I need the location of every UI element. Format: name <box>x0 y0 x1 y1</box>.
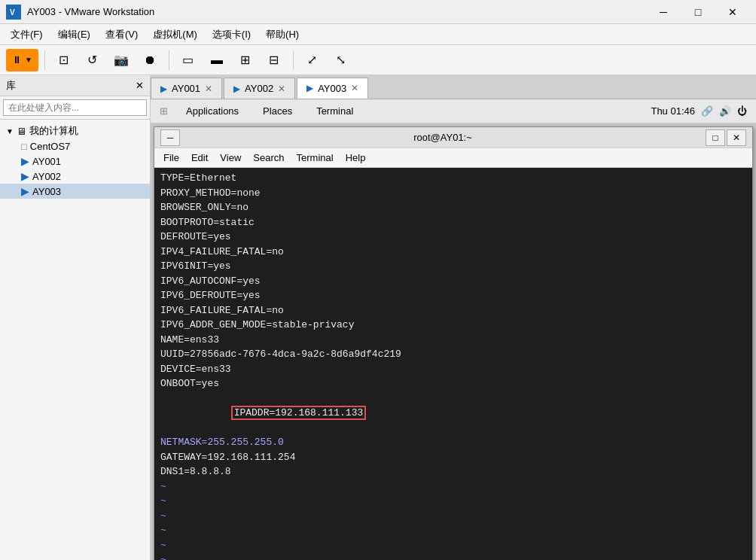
close-button[interactable]: ✕ <box>715 0 750 24</box>
menu-help[interactable]: 帮助(H) <box>258 24 306 45</box>
sidebar-search-container <box>0 96 150 120</box>
app-icon: V <box>6 5 21 20</box>
terminal-line: IPV6_FAILURE_FATAL=no <box>160 303 746 318</box>
terminal-line: TYPE=Ethernet <box>160 171 746 186</box>
main-layout: 库 ✕ ▼ 🖥 我的计算机 □ CentOS7 ▶ AY001 ▶ AY00 <box>0 75 756 560</box>
arrow-icon: ▼ <box>6 127 14 135</box>
vm-tab-icon: ▶ <box>233 84 240 94</box>
toolbar-btn-1[interactable]: ⊡ <box>51 48 77 72</box>
toolbar-separator-3 <box>293 50 294 70</box>
terminal-window: ─ root@AY01:~ □ ✕ File Edit View Search … <box>154 126 753 560</box>
terminal-line: IPV6_AUTOCONF=yes <box>160 274 746 289</box>
vm-tab-close-ay001[interactable]: ✕ <box>205 84 212 94</box>
terminal-close-button[interactable]: ✕ <box>727 129 746 146</box>
terminal-line: ONBOOT=yes <box>160 376 746 391</box>
power-icon: ⏻ <box>737 105 747 117</box>
vm-tab-close-ay002[interactable]: ✕ <box>278 84 285 94</box>
toolbar-btn-9[interactable]: ⤢ <box>300 48 325 72</box>
terminal-line: DEFROUTE=yes <box>160 230 746 245</box>
toolbar-btn-5[interactable]: ▭ <box>175 48 201 72</box>
toolbar-btn-2[interactable]: ↺ <box>80 48 105 72</box>
terminal-line: IPV6_ADDR_GEN_MODE=stable-privacy <box>160 318 746 333</box>
vm-tab-ay003[interactable]: ▶ AY003 ✕ <box>297 78 368 99</box>
terminal-line: ~ <box>160 552 746 560</box>
sidebar-header: 库 ✕ <box>0 75 150 96</box>
terminal-menu-help[interactable]: Help <box>340 151 372 165</box>
menu-edit[interactable]: 编辑(E) <box>50 24 98 45</box>
sidebar-item-ay002[interactable]: ▶ AY002 <box>0 169 150 184</box>
terminal-line: UUID=27856adc-7676-4dca-9a2c-8d6a9df4c21… <box>160 347 746 362</box>
sidebar-close-icon[interactable]: ✕ <box>136 80 144 91</box>
toolbar-btn-4[interactable]: ⏺ <box>137 48 163 72</box>
sidebar-item-label: AY002 <box>32 171 61 182</box>
pause-icon: ⏸ <box>12 54 22 65</box>
toolbar-btn-6[interactable]: ▬ <box>204 48 230 72</box>
sidebar-title: 库 <box>6 79 16 93</box>
vm-tab-close-ay003[interactable]: ✕ <box>351 83 358 93</box>
sidebar-item-label: 我的计算机 <box>29 124 78 138</box>
vm-icon: ▶ <box>21 185 29 197</box>
sidebar-item-ay001[interactable]: ▶ AY001 <box>0 154 150 169</box>
sidebar: 库 ✕ ▼ 🖥 我的计算机 □ CentOS7 ▶ AY001 ▶ AY00 <box>0 75 151 560</box>
sidebar-search-input[interactable] <box>3 99 147 116</box>
terminal-body[interactable]: TYPE=Ethernet PROXY_METHOD=none BROWSER_… <box>154 168 752 560</box>
svg-text:V: V <box>10 8 15 17</box>
sidebar-item-centos7[interactable]: □ CentOS7 <box>0 139 150 154</box>
vm-tab-ay002[interactable]: ▶ AY002 ✕ <box>224 78 295 99</box>
vm-icon: ▶ <box>21 155 29 167</box>
vm-tab-ay001[interactable]: ▶ AY001 ✕ <box>151 78 222 99</box>
terminal-line: ~ <box>160 538 746 553</box>
sidebar-item-ay003[interactable]: ▶ AY003 <box>0 184 150 199</box>
sidebar-item-label: AY003 <box>32 186 61 197</box>
terminal-title: root@AY01:~ <box>180 132 706 143</box>
menu-file[interactable]: 文件(F) <box>3 24 50 45</box>
toolbar-separator-2 <box>169 50 169 70</box>
toolbar-btn-7[interactable]: ⊞ <box>233 48 258 72</box>
terminal-line: ~ <box>160 509 746 524</box>
terminal-minimize-button[interactable]: ─ <box>160 129 180 146</box>
window-controls: ─ □ ✕ <box>646 0 750 24</box>
terminal-line: IPV4_FAILURE_FATAL=no <box>160 245 746 260</box>
menu-tab[interactable]: 选项卡(I) <box>205 24 258 45</box>
pause-dropdown-icon: ▼ <box>25 56 32 64</box>
menu-vm[interactable]: 虚拟机(M) <box>145 24 205 45</box>
toolbar-btn-8[interactable]: ⊟ <box>261 48 287 72</box>
terminal-menu-terminal[interactable]: Terminal <box>291 151 340 165</box>
terminal-restore-button[interactable]: □ <box>706 129 725 146</box>
toolbar-btn-10[interactable]: ⤡ <box>328 48 354 72</box>
content-area: ▶ AY001 ✕ ▶ AY002 ✕ ▶ AY003 ✕ ⊞ Applicat… <box>151 75 756 560</box>
guest-os-right: Thu 01:46 🔗 🔊 ⏻ <box>651 105 747 117</box>
guest-menu-places[interactable]: Places <box>257 104 298 118</box>
terminal-line: NETMASK=255.255.255.0 <box>160 435 746 450</box>
guest-app-icon: ⊞ <box>160 105 168 117</box>
sidebar-item-mycomputer[interactable]: ▼ 🖥 我的计算机 <box>0 123 150 139</box>
menu-view[interactable]: 查看(V) <box>98 24 145 45</box>
guest-menu-applications[interactable]: Applications <box>180 104 245 118</box>
terminal-menu-view[interactable]: View <box>214 151 247 165</box>
terminal-menu-edit[interactable]: Edit <box>185 151 214 165</box>
terminal-menu-file[interactable]: File <box>157 151 185 165</box>
vm-tabs: ▶ AY001 ✕ ▶ AY002 ✕ ▶ AY003 ✕ <box>151 75 756 99</box>
terminal-line: IPV6_DEFROUTE=yes <box>160 288 746 303</box>
vm-tab-icon: ▶ <box>160 84 167 94</box>
toolbar-btn-3[interactable]: 📷 <box>108 48 134 72</box>
title-bar: V AY003 - VMware Workstation ─ □ ✕ <box>0 0 756 24</box>
toolbar-separator-1 <box>44 50 45 70</box>
guest-os-bar: ⊞ Applications Places Terminal Thu 01:46… <box>151 99 756 123</box>
terminal-line: IPV6INIT=yes <box>160 259 746 274</box>
window-title: AY003 - VMware Workstation <box>27 6 646 17</box>
vm-tab-label: AY002 <box>245 83 273 94</box>
vm-tab-icon: ▶ <box>306 83 313 93</box>
guest-menu-terminal[interactable]: Terminal <box>310 104 359 118</box>
terminal-menu-search[interactable]: Search <box>247 151 290 165</box>
maximize-button[interactable]: □ <box>681 0 715 24</box>
vm-tab-label: AY001 <box>172 83 200 94</box>
pause-button[interactable]: ⏸ ▼ <box>6 49 38 72</box>
terminal-line: ~ <box>160 494 746 509</box>
toolbar: ⏸ ▼ ⊡ ↺ 📷 ⏺ ▭ ▬ ⊞ ⊟ ⤢ ⤡ <box>0 45 756 75</box>
terminal-left-controls: ─ <box>160 129 180 146</box>
minimize-button[interactable]: ─ <box>646 0 681 24</box>
sidebar-item-label: AY001 <box>32 156 61 167</box>
terminal-line: DNS1=8.8.8.8 <box>160 464 746 479</box>
terminal-right-controls: □ ✕ <box>706 129 746 146</box>
